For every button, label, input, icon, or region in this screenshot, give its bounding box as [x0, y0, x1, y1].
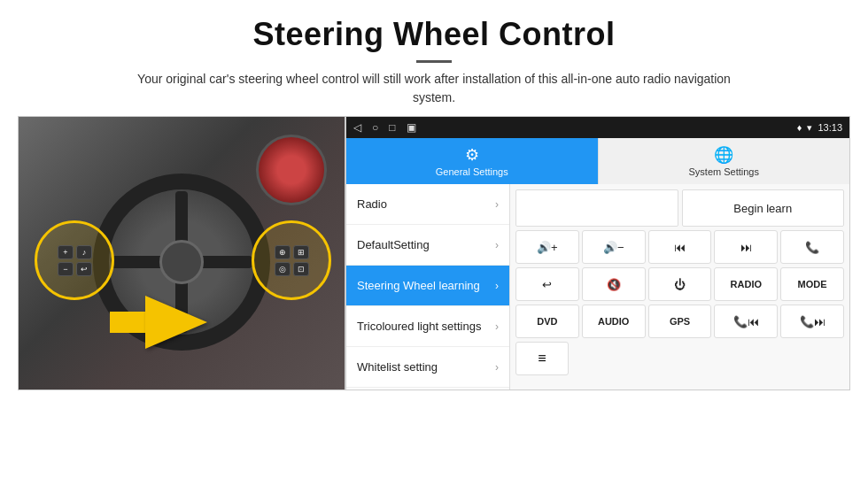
- tab-general-settings[interactable]: ⚙ General Settings: [346, 138, 598, 184]
- wheel-center: [159, 240, 204, 284]
- dvd-btn[interactable]: DVD: [515, 305, 579, 338]
- sw-btn-audio[interactable]: ♪: [76, 245, 92, 259]
- mode-btn[interactable]: MODE: [780, 267, 844, 301]
- main-content: Radio › DefaultSetting › Steering Wheel …: [346, 184, 849, 390]
- general-settings-icon: ⚙: [465, 145, 479, 165]
- arrow-container: [110, 296, 216, 349]
- status-bar: ◁ ○ □ ▣ ♦ ▾ 13:13: [346, 117, 849, 138]
- sw-btn-r3[interactable]: ◎: [275, 262, 291, 276]
- status-time: 13:13: [818, 122, 842, 133]
- apps-icon[interactable]: □: [389, 121, 395, 134]
- menu-radio-label: Radio: [357, 197, 387, 211]
- begin-learn-button[interactable]: Begin learn: [682, 189, 845, 227]
- signal-icon: ▾: [807, 122, 812, 134]
- volume-up-btn[interactable]: 🔊+: [515, 230, 579, 264]
- menu-whitelist[interactable]: Whitelist setting ›: [346, 347, 509, 388]
- gps-icon: ♦: [797, 122, 802, 133]
- audio-btn[interactable]: AUDIO: [582, 305, 646, 338]
- next-track-btn[interactable]: ⏭: [714, 230, 778, 264]
- phone-btn[interactable]: 📞: [780, 230, 844, 264]
- sw-btn-r1[interactable]: ⊕: [275, 245, 291, 259]
- tab-bar: ⚙ General Settings 🌐 System Settings: [346, 138, 849, 184]
- right-button-group: ⊕ ⊞ ◎ ⊡: [271, 242, 313, 280]
- screenshot-icon[interactable]: ▣: [407, 121, 416, 134]
- yellow-circle-right: ⊕ ⊞ ◎ ⊡: [252, 220, 331, 300]
- menu-tricoloured-label: Tricoloured light settings: [357, 320, 481, 333]
- power-btn[interactable]: ⏻: [648, 267, 712, 301]
- back-icon[interactable]: ◁: [353, 121, 361, 134]
- status-right: ♦ ▾ 13:13: [797, 122, 842, 134]
- mute-btn[interactable]: 🔇: [582, 267, 646, 301]
- left-button-group: + ♪ − ↩: [54, 242, 96, 280]
- gps-btn[interactable]: GPS: [648, 305, 712, 338]
- sw-btn-r2[interactable]: ⊞: [293, 245, 309, 259]
- chevron-icon: ›: [495, 320, 499, 333]
- header-section: Steering Wheel Control Your original car…: [0, 0, 868, 116]
- row-1: Begin learn: [515, 189, 844, 227]
- content-area: + ♪ − ↩ ⊕ ⊞ ◎ ⊡: [0, 116, 868, 486]
- control-row-2: 🔊+ 🔊− ⏮ ⏭ 📞: [515, 230, 844, 264]
- menu-icon-btn[interactable]: ≡: [515, 342, 569, 375]
- tab-system-label: System Settings: [689, 166, 759, 177]
- phone-prev-btn[interactable]: 📞⏮: [714, 305, 778, 338]
- chevron-icon: ›: [495, 361, 499, 374]
- page-subtitle: Your original car's steering wheel contr…: [124, 70, 744, 107]
- car-image: + ♪ − ↩ ⊕ ⊞ ◎ ⊡: [18, 116, 345, 390]
- prev-track-btn[interactable]: ⏮: [648, 230, 712, 264]
- sw-btn-r4[interactable]: ⊡: [293, 262, 309, 276]
- menu-whitelist-label: Whitelist setting: [357, 360, 438, 374]
- volume-down-btn[interactable]: 🔊−: [582, 230, 646, 264]
- control-row-5: ≡: [515, 342, 844, 375]
- yellow-arrow: [145, 296, 207, 349]
- sw-btn-plus[interactable]: +: [58, 245, 74, 259]
- android-panel: ◁ ○ □ ▣ ♦ ▾ 13:13 ⚙ General Settings: [345, 116, 850, 390]
- back-call-btn[interactable]: ↩: [515, 267, 579, 301]
- control-row-4: DVD AUDIO GPS 📞⏮ 📞⏭: [515, 305, 844, 338]
- chevron-icon: ›: [495, 239, 499, 251]
- title-divider: [416, 60, 452, 63]
- menu-steering-label: Steering Wheel learning: [357, 279, 480, 292]
- tab-system-settings[interactable]: 🌐 System Settings: [598, 138, 850, 184]
- left-menu: Radio › DefaultSetting › Steering Wheel …: [346, 184, 510, 390]
- steering-bg: + ♪ − ↩ ⊕ ⊞ ◎ ⊡: [19, 117, 345, 390]
- yellow-circle-left: + ♪ − ↩: [35, 220, 114, 300]
- page-title: Steering Wheel Control: [18, 16, 850, 53]
- dashboard-circle: [256, 135, 327, 205]
- system-settings-icon: 🌐: [714, 145, 733, 165]
- page-container: Steering Wheel Control Your original car…: [0, 0, 868, 486]
- sw-btn-call[interactable]: ↩: [76, 262, 92, 276]
- menu-default-label: DefaultSetting: [357, 238, 430, 251]
- radio-btn[interactable]: RADIO: [714, 267, 778, 301]
- phone-next-btn[interactable]: 📞⏭: [780, 305, 844, 338]
- chevron-icon: ›: [495, 198, 499, 211]
- menu-tricoloured[interactable]: Tricoloured light settings ›: [346, 306, 509, 347]
- empty-display-box: [515, 189, 678, 227]
- status-left: ◁ ○ □ ▣: [353, 121, 416, 134]
- chevron-icon: ›: [495, 280, 499, 292]
- control-row-3: ↩ 🔇 ⏻ RADIO MODE: [515, 267, 844, 301]
- right-panel: Begin learn 🔊+ 🔊− ⏮ ⏭ 📞 ↩ 🔇 ⏻: [510, 184, 849, 390]
- menu-steering-wheel[interactable]: Steering Wheel learning ›: [346, 266, 509, 306]
- menu-default-setting[interactable]: DefaultSetting ›: [346, 225, 509, 266]
- tab-general-label: General Settings: [436, 166, 508, 177]
- menu-radio[interactable]: Radio ›: [346, 184, 509, 225]
- sw-btn-minus[interactable]: −: [58, 262, 74, 276]
- home-icon[interactable]: ○: [372, 121, 378, 134]
